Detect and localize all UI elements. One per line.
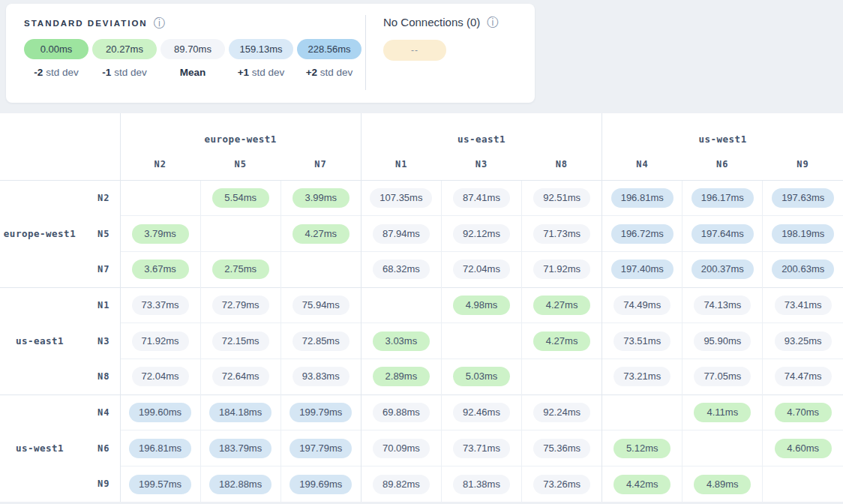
latency-pill[interactable]: 72.04ms xyxy=(453,260,510,279)
latency-pill[interactable]: 199.79ms xyxy=(290,403,352,422)
latency-pill[interactable]: 74.47ms xyxy=(775,367,832,386)
latency-pill[interactable]: 4.89ms xyxy=(694,475,751,494)
latency-pill[interactable]: 75.94ms xyxy=(292,296,350,315)
latency-pill[interactable]: 75.36ms xyxy=(533,439,590,458)
latency-pill[interactable]: 3.99ms xyxy=(292,188,350,208)
row-region-label: us-east1 xyxy=(0,287,80,394)
latency-cell: 197.64ms xyxy=(682,216,763,252)
latency-pill[interactable]: 3.03ms xyxy=(373,332,430,351)
latency-pill[interactable]: 183.79ms xyxy=(209,439,272,458)
latency-pill[interactable]: 196.17ms xyxy=(692,188,754,208)
latency-pill[interactable]: 197.63ms xyxy=(772,188,834,208)
latency-pill[interactable]: 2.75ms xyxy=(212,260,269,279)
latency-pill[interactable]: 71.92ms xyxy=(533,260,590,279)
card-divider xyxy=(365,15,366,90)
latency-pill[interactable]: 73.41ms xyxy=(775,296,832,315)
col-node-label: N1 xyxy=(361,146,441,180)
latency-pill[interactable]: 5.12ms xyxy=(614,439,670,458)
table-row: N6196.81ms183.79ms197.79ms70.09ms73.71ms… xyxy=(0,430,843,466)
latency-pill[interactable]: 196.72ms xyxy=(611,224,674,244)
latency-pill[interactable]: 196.81ms xyxy=(129,439,191,458)
latency-cell: 72.04ms xyxy=(120,358,200,394)
latency-cell: 92.24ms xyxy=(522,394,602,430)
latency-pill[interactable]: 4.27ms xyxy=(533,296,590,315)
latency-cell: 71.92ms xyxy=(522,251,602,287)
latency-pill[interactable]: 70.09ms xyxy=(373,439,430,458)
latency-pill[interactable]: 184.18ms xyxy=(209,403,272,422)
latency-pill[interactable]: 71.92ms xyxy=(132,332,189,351)
latency-pill[interactable]: 72.04ms xyxy=(132,367,189,386)
latency-pill[interactable]: 71.73ms xyxy=(533,224,590,244)
latency-pill[interactable]: 5.03ms xyxy=(453,367,510,386)
table-row: N872.04ms72.64ms93.83ms2.89ms5.03ms73.21… xyxy=(0,358,843,394)
latency-pill[interactable]: 74.49ms xyxy=(614,296,670,315)
latency-pill[interactable]: 4.70ms xyxy=(775,403,832,422)
latency-pill[interactable]: 197.64ms xyxy=(692,224,754,244)
latency-pill[interactable]: 92.51ms xyxy=(533,188,590,208)
col-node-label: N9 xyxy=(763,146,843,180)
latency-pill[interactable]: 73.21ms xyxy=(614,367,670,386)
latency-pill[interactable]: 5.54ms xyxy=(212,188,269,208)
latency-pill[interactable]: 87.94ms xyxy=(373,224,430,244)
latency-pill[interactable]: 95.90ms xyxy=(694,332,751,351)
latency-pill[interactable]: 4.11ms xyxy=(694,403,751,422)
latency-pill[interactable]: 72.64ms xyxy=(212,367,269,386)
latency-pill[interactable]: 199.69ms xyxy=(290,475,352,494)
latency-cell: 197.79ms xyxy=(280,430,361,466)
latency-pill[interactable]: 69.88ms xyxy=(373,403,430,422)
table-row: N53.79ms4.27ms87.94ms92.12ms71.73ms196.7… xyxy=(0,216,843,252)
std-deviation-scale: 0.00ms -2 std dev 20.27ms -1 std dev 89.… xyxy=(24,39,362,78)
latency-pill[interactable]: 182.88ms xyxy=(209,475,272,494)
latency-pill[interactable]: 4.27ms xyxy=(533,332,590,351)
table-row: N73.67ms2.75ms68.32ms72.04ms71.92ms197.4… xyxy=(0,251,843,287)
latency-pill[interactable]: 77.05ms xyxy=(694,367,751,386)
latency-pill[interactable]: 93.83ms xyxy=(292,367,350,386)
latency-pill[interactable]: 73.71ms xyxy=(453,439,510,458)
latency-pill[interactable]: 4.98ms xyxy=(453,296,510,315)
table-row: us-east1N173.37ms72.79ms75.94ms4.98ms4.2… xyxy=(0,287,843,323)
latency-pill[interactable]: 74.13ms xyxy=(694,296,751,315)
latency-pill[interactable]: 3.67ms xyxy=(132,260,189,279)
latency-pill[interactable]: 2.89ms xyxy=(373,367,430,386)
legend-pill: 0.00ms xyxy=(24,39,88,59)
info-icon[interactable]: ⓘ xyxy=(154,17,166,29)
latency-pill[interactable]: 73.51ms xyxy=(614,332,670,351)
latency-pill[interactable]: 107.35ms xyxy=(370,188,432,208)
latency-pill[interactable]: 72.79ms xyxy=(212,296,269,315)
latency-pill[interactable]: 197.40ms xyxy=(611,260,674,279)
latency-pill[interactable]: 200.37ms xyxy=(692,260,754,279)
latency-pill[interactable]: 87.41ms xyxy=(453,188,510,208)
legend-item: 89.70ms Mean xyxy=(160,39,225,78)
latency-cell: 3.99ms xyxy=(280,180,361,216)
latency-cell: 199.60ms xyxy=(120,394,200,430)
latency-pill[interactable]: 68.32ms xyxy=(373,260,430,279)
latency-pill[interactable]: 89.82ms xyxy=(373,475,430,494)
latency-pill[interactable]: 196.81ms xyxy=(611,188,674,208)
latency-pill[interactable]: 3.79ms xyxy=(132,224,189,244)
latency-pill[interactable]: 199.57ms xyxy=(129,475,191,494)
latency-pill[interactable]: 72.15ms xyxy=(212,332,269,351)
latency-pill[interactable]: 198.19ms xyxy=(772,224,834,244)
latency-pill[interactable]: 200.63ms xyxy=(772,260,834,279)
latency-pill[interactable]: 93.25ms xyxy=(775,332,832,351)
latency-pill[interactable]: 197.79ms xyxy=(290,439,352,458)
latency-cell: 92.12ms xyxy=(441,216,521,252)
latency-cell: 200.37ms xyxy=(682,251,763,287)
latency-cell: 73.21ms xyxy=(602,358,682,394)
latency-pill[interactable]: 92.12ms xyxy=(453,224,510,244)
latency-pill[interactable]: 72.85ms xyxy=(292,332,350,351)
latency-pill[interactable]: 73.37ms xyxy=(132,296,189,315)
latency-pill[interactable]: 4.42ms xyxy=(614,475,670,494)
col-node-label: N8 xyxy=(522,146,602,180)
latency-pill[interactable]: 92.46ms xyxy=(453,403,510,422)
latency-pill[interactable]: 92.24ms xyxy=(533,403,590,422)
info-icon[interactable]: ⓘ xyxy=(487,16,499,28)
latency-pill[interactable]: 81.38ms xyxy=(453,475,510,494)
latency-cell: 75.94ms xyxy=(280,287,361,323)
latency-pill[interactable]: 4.27ms xyxy=(292,224,350,244)
latency-pill[interactable]: 73.26ms xyxy=(533,475,590,494)
latency-pill[interactable]: 199.60ms xyxy=(129,403,191,422)
legend-card: STANDARD DEVIATION ⓘ 0.00ms -2 std dev 2… xyxy=(6,4,535,103)
latency-cell: 73.51ms xyxy=(602,323,682,359)
latency-pill[interactable]: 4.60ms xyxy=(775,439,832,458)
